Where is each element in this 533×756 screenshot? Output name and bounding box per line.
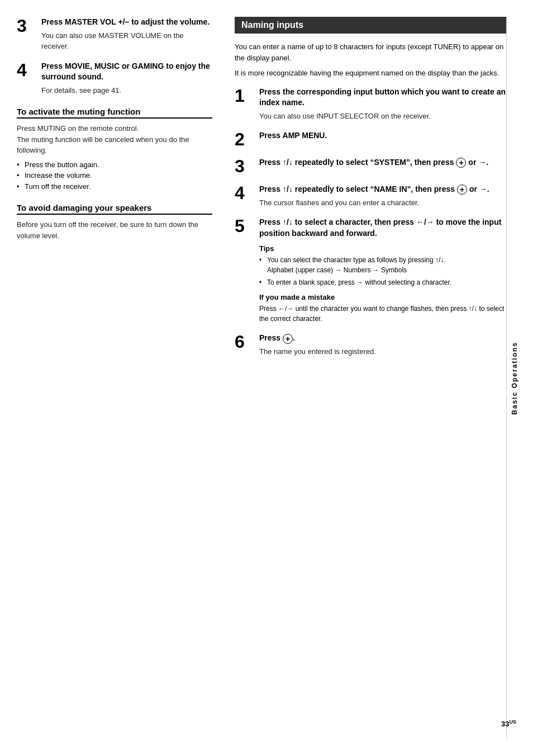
- naming-inputs-header: Naming inputs: [235, 17, 506, 34]
- right-column: Naming inputs You can enter a name of up…: [229, 17, 506, 739]
- step-5r-title: Press ↑/↓ to select a character, then pr…: [259, 217, 506, 239]
- muting-bullets: Press the button again. Increase the vol…: [17, 159, 212, 192]
- step-3r-title: Press ↑/↓ repeatedly to select “SYSTEM”,…: [259, 157, 506, 168]
- circle-plus-icon-4: +: [457, 185, 467, 195]
- step-2-number: 2: [235, 130, 255, 148]
- left-column: 3 Press MASTER VOL +/– to adjust the vol…: [17, 17, 229, 739]
- tips-title: Tips: [259, 244, 506, 253]
- tips-section: Tips You can select the character type a…: [259, 244, 506, 287]
- step-4-content: Press MOVIE, MUSIC or GAMING to enjoy th…: [41, 61, 212, 96]
- step-1-desc: You can also use INPUT SELECTOR on the r…: [259, 111, 506, 122]
- step-6-right: 6 Press +. The name you entered is regis…: [235, 333, 506, 357]
- step-1-title: Press the corresponding input button whi…: [259, 87, 506, 108]
- tip-1: You can select the character type as fol…: [259, 255, 506, 275]
- step-3-title: Press MASTER VOL +/– to adjust the volum…: [41, 17, 212, 28]
- circle-plus-icon-3: +: [456, 158, 466, 168]
- page-number: 33US: [501, 719, 516, 728]
- right-intro: You can enter a name of up to 8 characte…: [235, 41, 506, 79]
- step-1-content: Press the corresponding input button whi…: [259, 87, 506, 122]
- step-6r-desc: The name you entered is registered.: [259, 346, 506, 357]
- speakers-desc: Before you turn off the receiver, be sur…: [17, 219, 212, 241]
- sidebar-label: Basic Operations: [511, 342, 518, 415]
- muting-bullet-2: Increase the volume.: [17, 170, 212, 181]
- step-5r-number: 5: [235, 217, 255, 235]
- intro-desc-2: It is more recognizable having the equip…: [235, 68, 506, 79]
- step-3r-content: Press ↑/↓ repeatedly to select “SYSTEM”,…: [259, 157, 506, 171]
- muting-bullet-1: Press the button again.: [17, 159, 212, 171]
- tips-list: You can select the character type as fol…: [259, 255, 506, 287]
- mistake-title: If you made a mistake: [259, 293, 506, 301]
- muting-bullet-3: Turn off the receiver.: [17, 181, 212, 192]
- step-3-left: 3 Press MASTER VOL +/– to adjust the vol…: [17, 17, 212, 52]
- step-1-number: 1: [235, 87, 255, 105]
- step-6r-title: Press +.: [259, 333, 506, 344]
- speakers-title: To avoid damaging your speakers: [17, 203, 212, 215]
- step-2-title: Press AMP MENU.: [259, 130, 506, 141]
- step-3-right: 3 Press ↑/↓ repeatedly to select “SYSTEM…: [235, 157, 506, 175]
- step-2-content: Press AMP MENU.: [259, 130, 506, 144]
- sidebar: Basic Operations 33US: [506, 17, 522, 739]
- step-6r-content: Press +. The name you entered is registe…: [259, 333, 506, 357]
- step-3-desc: You can also use MASTER VOLUME on the re…: [41, 30, 212, 52]
- step-5-right: 5 Press ↑/↓ to select a character, then …: [235, 217, 506, 324]
- step-3-number: 3: [17, 17, 37, 35]
- circle-plus-icon-6: +: [283, 334, 293, 344]
- mistake-desc: Press ←/→ until the character you want t…: [259, 304, 506, 324]
- step-4-number: 4: [17, 61, 37, 79]
- step-4-right: 4 Press ↑/↓ repeatedly to select “NAME I…: [235, 184, 506, 208]
- step-4-title: Press MOVIE, MUSIC or GAMING to enjoy th…: [41, 61, 212, 83]
- intro-desc-1: You can enter a name of up to 8 characte…: [235, 41, 506, 63]
- step-4-desc: For details, see page 41.: [41, 85, 212, 96]
- step-4-left: 4 Press MOVIE, MUSIC or GAMING to enjoy …: [17, 61, 212, 96]
- page-superscript: US: [509, 719, 516, 725]
- main-content: 3 Press MASTER VOL +/– to adjust the vol…: [0, 0, 533, 756]
- step-1-right: 1 Press the corresponding input button w…: [235, 87, 506, 122]
- step-4r-desc: The cursor flashes and you can enter a c…: [259, 197, 506, 209]
- step-4r-content: Press ↑/↓ repeatedly to select “NAME IN”…: [259, 184, 506, 208]
- step-3r-number: 3: [235, 157, 255, 175]
- step-4r-title: Press ↑/↓ repeatedly to select “NAME IN”…: [259, 184, 506, 195]
- tip-2: To enter a blank space, press → without …: [259, 277, 506, 287]
- step-3-content: Press MASTER VOL +/– to adjust the volum…: [41, 17, 212, 52]
- step-4r-number: 4: [235, 184, 255, 202]
- step-5r-content: Press ↑/↓ to select a character, then pr…: [259, 217, 506, 324]
- step-2-right: 2 Press AMP MENU.: [235, 130, 506, 148]
- muting-title: To activate the muting function: [17, 107, 212, 119]
- mistake-section: If you made a mistake Press ←/→ until th…: [259, 293, 506, 324]
- muting-desc: Press MUTING on the remote control.The m…: [17, 123, 212, 156]
- step-6r-number: 6: [235, 333, 255, 351]
